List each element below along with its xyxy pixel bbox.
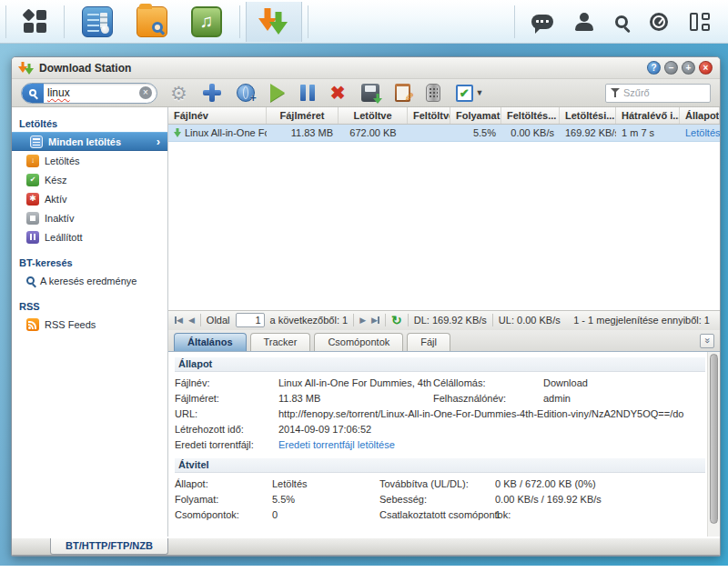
prev-page-button[interactable]: ◀: [188, 316, 195, 325]
checkbox-check-icon: ✔: [456, 85, 473, 102]
sidebar-item-all-downloads[interactable]: Minden letöltés ›: [12, 132, 167, 151]
settings-button[interactable]: ⚙: [170, 84, 187, 103]
scrollbar-thumb[interactable]: [710, 354, 718, 524]
screen-bottom-margin: [0, 566, 728, 582]
column-header-downloaded[interactable]: Letöltve: [339, 107, 408, 124]
filter-box[interactable]: Szűrő: [605, 84, 711, 103]
close-button[interactable]: ×: [699, 61, 713, 75]
pilot-view-button[interactable]: [679, 2, 721, 42]
delete-button[interactable]: ✖: [330, 84, 346, 102]
download-original-torrent-link[interactable]: Eredeti torrentfájl letöltése: [278, 439, 395, 450]
window-titlebar[interactable]: Download Station ? – + ×: [12, 57, 720, 79]
sidebar-item-stopped[interactable]: Leállított: [12, 227, 167, 246]
column-header-download-speed[interactable]: Letöltési...: [560, 107, 616, 124]
minimize-button[interactable]: –: [664, 61, 678, 75]
detail-value-transferred: 0 KB / 672.00 KB (0%): [495, 478, 707, 489]
taskbar-divider: [64, 5, 65, 38]
cell-downloaded: 672.00 KB: [339, 127, 408, 138]
user-button[interactable]: [564, 2, 604, 42]
detail-value-peers: 0: [272, 509, 379, 520]
table-row[interactable]: Linux All-in-One For... 11.83 MB 672.00 …: [168, 125, 720, 142]
column-header-status[interactable]: Állapot: [680, 107, 720, 124]
pilot-view-icon: [690, 13, 710, 31]
search-input[interactable]: linux: [44, 86, 139, 99]
column-header-progress[interactable]: Folyamat: [450, 107, 501, 124]
window-icon: [19, 62, 34, 75]
search-button[interactable]: [604, 2, 639, 42]
detail-label: Létrehozott idő:: [175, 424, 278, 435]
toolbar: linux × ⚙ ✖ ✔▼ Szűrő: [12, 79, 720, 107]
tab-tracker[interactable]: Tracker: [250, 333, 311, 351]
sidebar-item-inactive[interactable]: Inaktív: [12, 208, 167, 227]
column-header-filesize[interactable]: Fájlméret: [267, 107, 339, 124]
sidebar-item-rss-feeds[interactable]: RSS Feeds: [12, 315, 167, 334]
sidebar-item-active[interactable]: ✱ Aktív: [12, 189, 167, 208]
sidebar-item-downloading[interactable]: ↓ Letöltés: [12, 151, 167, 170]
double-chevron-icon: »: [703, 337, 713, 343]
sidebar-item-label: Minden letöltés: [48, 136, 121, 147]
divider: [385, 314, 386, 326]
clipboard-edit-icon: [395, 84, 410, 102]
tab-bt-http-ftp-nzb[interactable]: BT/HTTP/FTP/NZB: [50, 538, 168, 555]
add-url-button[interactable]: [237, 84, 255, 102]
edit-button[interactable]: [395, 84, 410, 102]
download-list: Linux All-in-One For... 11.83 MB 672.00 …: [168, 125, 720, 310]
tab-file[interactable]: Fájl: [407, 333, 450, 351]
detail-value-speed: 0.00 KB/s / 169.92 KB/s: [495, 494, 707, 505]
download-station-icon: [258, 8, 289, 35]
search-icon: [26, 276, 35, 285]
clear-search-icon[interactable]: ×: [139, 86, 152, 99]
last-page-button[interactable]: ▶: [371, 316, 379, 325]
divider: [492, 314, 493, 326]
first-page-button[interactable]: ◀: [175, 316, 183, 325]
sidebar-item-label: RSS Feeds: [45, 319, 96, 330]
floppy-save-icon: [361, 84, 379, 102]
sidebar-item-label: A keresés eredménye: [40, 276, 136, 286]
column-header-filename[interactable]: Fájlnév: [168, 107, 267, 124]
help-button[interactable]: ?: [647, 61, 661, 75]
next-page-button[interactable]: ▶: [359, 316, 366, 325]
app-icon-system[interactable]: [70, 2, 125, 42]
taskbar-divider: [308, 5, 308, 38]
pause-button[interactable]: [300, 85, 315, 101]
column-header-uploaded[interactable]: Feltöltve: [408, 107, 450, 124]
tab-peers[interactable]: Csomópontok: [314, 333, 403, 351]
clear-completed-button[interactable]: [426, 84, 440, 102]
downloading-arrow-icon: [174, 128, 181, 137]
plus-icon: [203, 84, 221, 102]
column-header-time-left[interactable]: Hátralévő i...: [616, 107, 680, 124]
pause-icon: [300, 85, 315, 101]
main-menu-button[interactable]: [12, 2, 58, 42]
app-icon-download-station[interactable]: [246, 2, 302, 42]
search-submit-button[interactable]: [22, 83, 44, 104]
notifications-button[interactable]: [521, 2, 564, 42]
detail-label: Állapot:: [175, 478, 272, 489]
stop-square-icon: [26, 212, 39, 225]
search-box[interactable]: linux ×: [21, 83, 157, 104]
ul-speed-total: UL: 0.00 KB/s: [499, 315, 561, 326]
resource-monitor-button[interactable]: [639, 2, 679, 42]
cell-progress: 5.5%: [450, 127, 501, 138]
extract-button[interactable]: [361, 84, 379, 102]
section-header-transfer: Átvitel: [175, 458, 705, 473]
app-icon-audio-station[interactable]: ♫: [179, 2, 234, 42]
refresh-icon[interactable]: ↻: [391, 314, 402, 326]
page-number-input[interactable]: 1: [236, 313, 265, 327]
collapse-panel-button[interactable]: »: [700, 334, 714, 348]
detail-scrollbar[interactable]: [707, 352, 720, 537]
section-header-status: Állapot: [175, 357, 705, 372]
sidebar-item-search-results[interactable]: A keresés eredménye: [12, 271, 167, 290]
user-icon: [575, 13, 593, 31]
sidebar-item-finished[interactable]: ✔ Kész: [12, 170, 167, 189]
tab-general[interactable]: Általános: [174, 333, 247, 351]
maximize-button[interactable]: +: [682, 61, 695, 75]
app-icon-file-station[interactable]: [125, 2, 179, 42]
detail-label: URL:: [175, 408, 278, 419]
select-mode-button[interactable]: ✔▼: [456, 85, 484, 102]
column-header-upload-speed[interactable]: Feltöltés...: [501, 107, 560, 124]
resume-button[interactable]: [270, 84, 285, 102]
detail-row: Csomópontok: 0 Csatlakoztatott csomópont…: [175, 507, 707, 523]
add-download-button[interactable]: [203, 84, 221, 102]
detail-label: Csomópontok:: [175, 509, 272, 520]
filter-input[interactable]: Szűrő: [623, 87, 650, 98]
